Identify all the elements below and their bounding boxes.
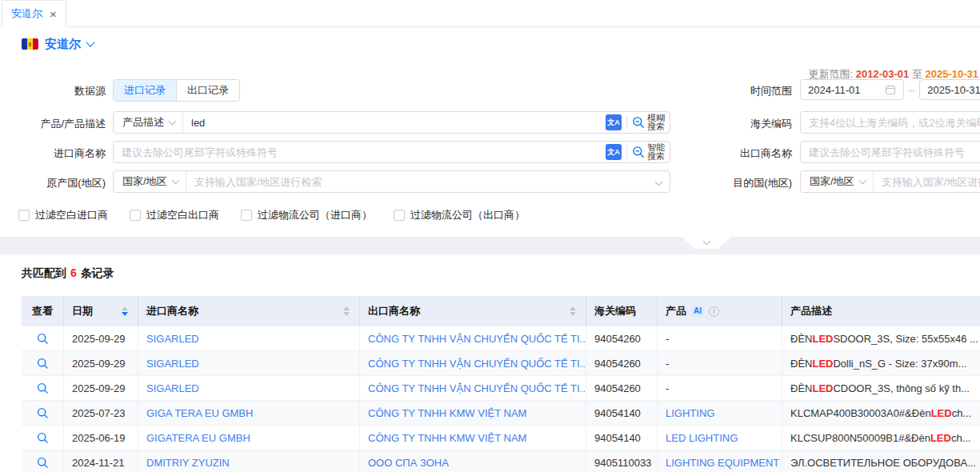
chevron-down-icon	[169, 117, 177, 125]
column-header-hs-code: 海关编码	[586, 296, 658, 326]
search-icon	[632, 146, 645, 158]
sort-control[interactable]	[122, 306, 128, 316]
hs-code-group	[800, 111, 980, 134]
view-cell	[22, 351, 64, 375]
view-record-button[interactable]	[37, 333, 49, 345]
exporter-link[interactable]: CÔNG TY TNHH VẬN CHUYỂN QUỐC TẾ TI...	[368, 333, 586, 345]
calendar-icon	[885, 84, 896, 95]
hs-code-input[interactable]	[801, 117, 980, 129]
country-header[interactable]: 安道尔	[22, 35, 94, 53]
hs-code-label: 海关编码	[688, 117, 792, 131]
importer-cell: SIGARLED	[138, 376, 360, 400]
view-record-button[interactable]	[37, 382, 49, 394]
view-cell	[22, 401, 64, 425]
importer-cell: DMITRIY ZYUZIN	[138, 450, 360, 472]
importer-link[interactable]: SIGARLED	[146, 333, 199, 345]
table-row: 2024-11-21DMITRIY ZYUZINООО СПА ЗОНА9405…	[22, 450, 980, 472]
view-cell	[22, 376, 64, 400]
view-record-button[interactable]	[37, 358, 49, 370]
sort-control[interactable]	[570, 306, 576, 316]
table-row: 2025-07-23GIGA TERA EU GMBHCÔNG TY TNHH …	[22, 401, 980, 426]
filter-checkbox[interactable]: 过滤物流公司（进口商）	[241, 208, 372, 222]
exporter-link[interactable]: CÔNG TY TNHH KMW VIỆT NAM	[368, 407, 526, 419]
column-header-product: 产品 AI i	[658, 296, 782, 326]
checkbox-icon[interactable]	[241, 210, 252, 221]
export-records-tab[interactable]: 出口记录	[176, 80, 239, 101]
highlighted-keyword: LED	[930, 432, 951, 444]
importer-link[interactable]: SIGARLED	[146, 358, 199, 370]
product-search-input[interactable]	[183, 117, 606, 129]
update-range-label: 更新范围:	[809, 68, 854, 80]
origin-search-input[interactable]	[186, 176, 656, 188]
date-range-separator: –	[909, 84, 914, 96]
filter-checkbox[interactable]: 过滤空白出口商	[130, 208, 219, 222]
data-source-toggle: 进口记录 出口记录	[113, 79, 240, 102]
importer-label: 进口商名称	[0, 146, 106, 161]
chevron-down-icon[interactable]	[86, 38, 94, 46]
translate-icon[interactable]: 文A	[606, 114, 622, 130]
highlighted-keyword: LED	[931, 407, 952, 419]
origin-group: 国家/地区	[113, 170, 670, 193]
exporter-link[interactable]: CÔNG TY TNHH VẬN CHUYỂN QUỐC TẾ TI...	[368, 382, 586, 394]
checkbox-label: 过滤物流公司（进口商）	[258, 208, 372, 222]
translate-icon[interactable]: 文A	[606, 144, 622, 160]
smart-search-button[interactable]: 智能 搜索	[632, 143, 665, 161]
importer-link[interactable]: SIGARLED	[146, 382, 199, 394]
exporter-link[interactable]: CÔNG TY TNHH VẬN CHUYỂN QUỐC TẾ TI...	[368, 358, 586, 370]
fuzzy-search-button[interactable]: 模糊 搜索	[632, 114, 665, 131]
product-description-cell: ЭЛ.ОСВЕТИТЕЛЬНОЕ ОБОРУДОВА...	[782, 450, 980, 472]
importer-input[interactable]	[114, 146, 606, 158]
product-search-tools: 文A 模糊 搜索	[606, 114, 670, 131]
origin-country-select[interactable]: 国家/地区	[114, 171, 186, 192]
date-from-input[interactable]: 2024-11-01	[800, 79, 904, 100]
exporter-input[interactable]	[801, 146, 980, 158]
chevron-down-icon	[858, 176, 866, 184]
product-cell: LIGHTING	[658, 401, 782, 425]
column-header-importer[interactable]: 进口商名称	[138, 296, 360, 326]
info-icon[interactable]: i	[709, 306, 719, 317]
product-cell: -	[658, 376, 782, 400]
product-category-link[interactable]: LED LIGHTING	[666, 432, 738, 444]
column-header-view: 查看	[22, 296, 64, 326]
column-header-exporter[interactable]: 出口商名称	[360, 296, 586, 326]
exporter-link[interactable]: ООО СПА ЗОНА	[368, 457, 449, 469]
filter-checkbox[interactable]: 过滤空白进口商	[18, 208, 108, 222]
hs-code-cell: 94054260	[586, 376, 658, 400]
sort-control[interactable]	[343, 306, 350, 316]
product-cell: -	[658, 351, 782, 375]
result-count: 6	[70, 266, 77, 279]
date-to-input[interactable]: 2025-10-31	[919, 79, 980, 100]
collapse-panel-button[interactable]	[682, 237, 731, 249]
exporter-link[interactable]: CÔNG TY TNHH KMW VIỆT NAM	[368, 432, 526, 444]
table-row: 2025-09-29SIGARLEDCÔNG TY TNHH VẬN CHUYỂ…	[22, 376, 980, 401]
checkbox-icon[interactable]	[394, 210, 405, 221]
product-type-select[interactable]: 产品描述	[114, 112, 183, 133]
hs-code-cell: 94054260	[586, 351, 658, 375]
column-header-date[interactable]: 日期	[64, 296, 138, 326]
product-cell: -	[658, 326, 782, 350]
importer-link[interactable]: DMITRIY ZYUZIN	[146, 457, 230, 469]
import-records-tab[interactable]: 进口记录	[114, 80, 176, 101]
checkbox-icon[interactable]	[130, 210, 141, 221]
highlighted-keyword: LED	[812, 333, 833, 345]
checkbox-icon[interactable]	[18, 210, 30, 221]
view-record-button[interactable]	[37, 407, 49, 419]
view-record-button[interactable]	[37, 432, 49, 444]
product-label: 产品/产品描述	[0, 117, 106, 131]
highlighted-keyword: LED	[812, 382, 833, 394]
importer-link[interactable]: GIGATERA EU GMBH	[146, 432, 250, 444]
destination-country-select[interactable]: 国家/地区	[801, 171, 874, 192]
update-range-separator: 至	[912, 68, 922, 80]
importer-link[interactable]: GIGA TERA EU GMBH	[146, 407, 253, 419]
checkbox-label: 过滤物流公司（出口商）	[410, 208, 525, 222]
view-record-button[interactable]	[37, 457, 49, 469]
product-category-link[interactable]: LIGHTING EQUIPMENT	[666, 457, 779, 469]
filter-checkbox[interactable]: 过滤物流公司（出口商）	[394, 208, 525, 222]
destination-search-input[interactable]	[874, 176, 980, 188]
hs-code-cell: 94054260	[586, 326, 658, 350]
product-category-link[interactable]: LIGHTING	[666, 407, 714, 419]
product-description-cell: KLCSUP800N50009B1#&Đèn LED ch...	[782, 426, 980, 450]
origin-label: 原产国(地区)	[0, 176, 106, 190]
tab-andorra[interactable]: 安道尔 ×	[2, 0, 66, 27]
close-icon[interactable]: ×	[50, 8, 57, 20]
